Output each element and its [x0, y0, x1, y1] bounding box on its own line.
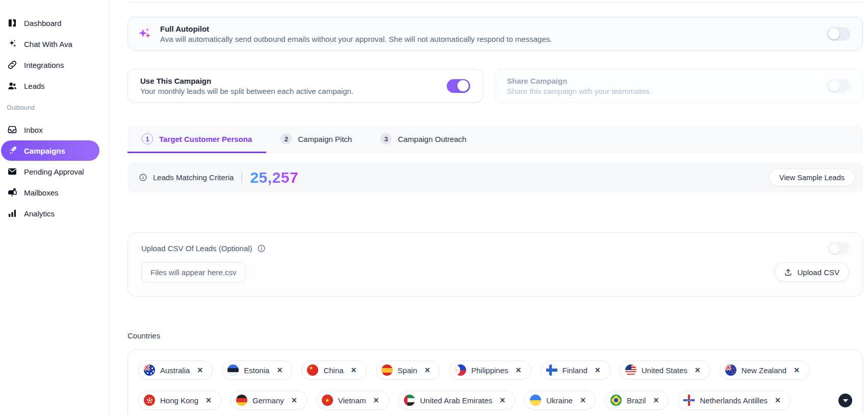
- remove-country-button[interactable]: [349, 364, 359, 376]
- sidebar-item-label: Integrations: [24, 61, 64, 69]
- campaign-cards-row: Use This Campaign Your monthly leads wil…: [127, 69, 863, 103]
- country-name: Finland: [563, 366, 588, 375]
- view-sample-leads-button[interactable]: View Sample Leads: [769, 168, 855, 186]
- sidebar-item-chat-with-ava[interactable]: Chat With Ava: [1, 34, 99, 54]
- estonia-flag-icon: [227, 364, 239, 376]
- country-chip-hong-kong: Hong Kong: [138, 391, 221, 410]
- ukraine-flag-icon: [530, 395, 541, 406]
- united-arab-emirates-flag-icon: [404, 395, 415, 406]
- country-chip-netherlands-antilles: Netherlands Antilles: [678, 391, 790, 410]
- country-name: Germany: [252, 396, 284, 405]
- sidebar-outbound-nav: InboxCampaignsPending ApprovalMailboxesA…: [0, 119, 109, 224]
- china-flag-icon: [307, 364, 318, 376]
- share-campaign-description: Share this campaign with your teammates.: [507, 87, 651, 95]
- country-chip-spain: Spain: [376, 360, 440, 380]
- sparkles-icon: [7, 39, 17, 49]
- tab-label: Campaign Pitch: [298, 135, 352, 143]
- sidebar-item-leads[interactable]: Leads: [1, 76, 99, 96]
- upload-csv-button[interactable]: Upload CSV: [774, 262, 849, 282]
- toggle-knob: [828, 28, 839, 39]
- autopilot-title: Full Autopilot: [160, 25, 552, 33]
- share-campaign-title: Share Campaign: [507, 77, 651, 85]
- dashboard-icon: [7, 18, 17, 28]
- remove-country-button[interactable]: [371, 395, 381, 406]
- remove-country-button[interactable]: [195, 364, 205, 376]
- chart-icon: [7, 208, 17, 218]
- country-chip-estonia: Estonia: [222, 360, 292, 380]
- tab-target-customer-persona[interactable]: 1Target Customer Persona: [127, 126, 266, 153]
- upload-csv-card: Upload CSV Of Leads (Optional) Files wil…: [127, 232, 863, 297]
- info-icon: [139, 173, 147, 182]
- tab-label: Campaign Outreach: [398, 135, 466, 143]
- sidebar-item-dashboard[interactable]: Dashboard: [1, 13, 99, 33]
- remove-country-button[interactable]: [792, 364, 802, 376]
- country-chip-australia: Australia: [138, 360, 213, 380]
- remove-country-button[interactable]: [593, 364, 603, 376]
- country-chip-brazil: Brazil: [605, 391, 669, 410]
- vietnam-flag-icon: [322, 395, 333, 406]
- chevron-down-icon: [843, 399, 848, 402]
- remove-country-button[interactable]: [514, 364, 524, 376]
- country-name: United Arab Emirates: [420, 396, 493, 405]
- csv-files-dropzone: Files will appear here.csv: [141, 262, 245, 282]
- country-name: China: [323, 366, 343, 375]
- sidebar-item-inbox[interactable]: Inbox: [1, 119, 99, 140]
- use-this-campaign-card: Use This Campaign Your monthly leads wil…: [127, 69, 483, 103]
- autopilot-toggle[interactable]: [827, 27, 850, 41]
- remove-country-button[interactable]: [497, 395, 507, 406]
- country-chip-china: China: [301, 360, 366, 380]
- sidebar-item-integrations[interactable]: Integrations: [1, 55, 99, 75]
- country-chip-ukraine: Ukraine: [524, 391, 596, 410]
- full-autopilot-card: Full Autopilot Ava will automatically se…: [127, 17, 863, 51]
- remove-country-button[interactable]: [578, 395, 588, 406]
- country-name: New Zealand: [742, 366, 786, 375]
- hong-kong-flag-icon: [144, 395, 155, 406]
- remove-country-button[interactable]: [693, 364, 703, 376]
- brazil-flag-icon: [610, 395, 622, 406]
- sidebar: DashboardChat With AvaIntegrationsLeads …: [0, 0, 110, 414]
- expand-countries-button[interactable]: [838, 394, 852, 407]
- app-root: DashboardChat With AvaIntegrationsLeads …: [0, 0, 868, 414]
- tab-campaign-outreach[interactable]: 3Campaign Outreach: [366, 126, 480, 153]
- use-campaign-toggle[interactable]: [447, 79, 470, 93]
- country-name: Spain: [398, 366, 417, 375]
- leads-matching-bar: Leads Matching Criteria 25,257 View Samp…: [127, 162, 863, 192]
- sidebar-item-pending-approval[interactable]: Pending Approval: [1, 161, 99, 182]
- sidebar-item-label: Analytics: [24, 209, 55, 218]
- country-name: Australia: [160, 366, 190, 375]
- sidebar-section-label: Outbound: [0, 104, 109, 111]
- country-name: Hong Kong: [160, 396, 198, 405]
- country-chip-vietnam: Vietnam: [316, 391, 389, 410]
- share-campaign-toggle[interactable]: [827, 79, 850, 93]
- country-chip-new-zealand: New Zealand: [720, 360, 809, 380]
- remove-country-button[interactable]: [422, 364, 432, 376]
- sparkles-gradient-icon: [137, 26, 152, 41]
- link-icon: [7, 60, 17, 70]
- sidebar-item-campaigns[interactable]: Campaigns: [1, 140, 99, 161]
- country-name: Estonia: [244, 366, 269, 375]
- users-icon: [7, 81, 17, 91]
- top-divider: [127, 2, 863, 3]
- remove-country-button[interactable]: [773, 395, 783, 406]
- country-chip-philippines: Philippines: [449, 360, 531, 380]
- remove-country-button[interactable]: [274, 364, 285, 376]
- mail-icon: [7, 166, 17, 177]
- new-zealand-flag-icon: [725, 364, 736, 376]
- sidebar-item-analytics[interactable]: Analytics: [1, 203, 99, 224]
- sidebar-item-label: Inbox: [24, 126, 43, 134]
- upload-body-row: Files will appear here.csv Upload CSV: [141, 262, 849, 282]
- philippines-flag-icon: [455, 364, 466, 376]
- sidebar-item-label: Leads: [24, 82, 45, 90]
- sidebar-item-mailboxes[interactable]: Mailboxes: [1, 182, 99, 203]
- upload-csv-toggle[interactable]: [828, 242, 849, 255]
- remove-country-button[interactable]: [289, 395, 299, 406]
- sidebar-item-label: Dashboard: [24, 19, 61, 28]
- campaign-step-tabs: 1Target Customer Persona2Campaign Pitch3…: [127, 126, 863, 153]
- sidebar-item-label: Pending Approval: [24, 167, 84, 176]
- remove-country-button[interactable]: [651, 395, 661, 406]
- autopilot-text: Full Autopilot Ava will automatically se…: [160, 25, 552, 43]
- remove-country-button[interactable]: [203, 395, 214, 406]
- countries-selector: AustraliaEstoniaChinaSpainPhilippinesFin…: [127, 350, 863, 414]
- tab-campaign-pitch[interactable]: 2Campaign Pitch: [266, 126, 366, 153]
- use-campaign-title: Use This Campaign: [140, 77, 353, 85]
